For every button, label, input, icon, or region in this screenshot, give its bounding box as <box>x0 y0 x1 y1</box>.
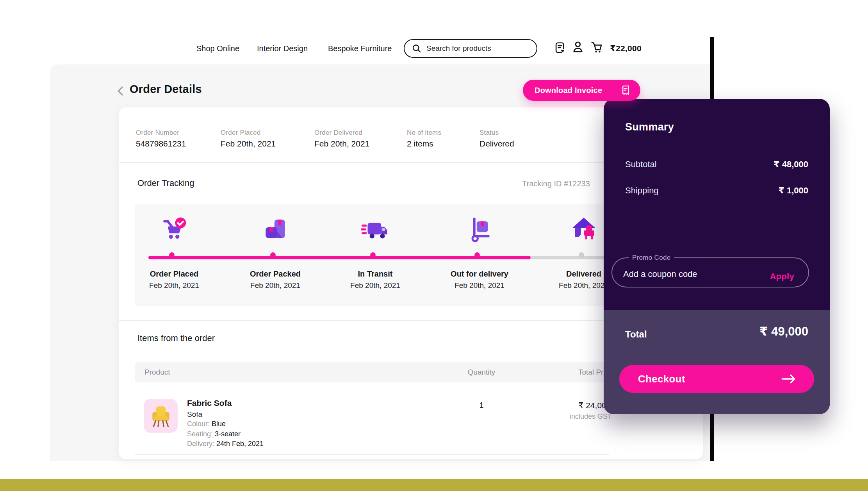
step-label: Order Placed <box>127 270 221 279</box>
step-date: Feb 20th, 2021 <box>433 281 526 290</box>
timeline-dot <box>370 252 376 258</box>
search-input[interactable] <box>426 44 529 53</box>
wishlist-icon[interactable] <box>554 41 566 54</box>
product-category: Sofa <box>187 410 202 419</box>
product-price-note: includes GST <box>570 412 612 421</box>
order-info-label: Order Number <box>136 129 179 137</box>
checkout-button[interactable]: Checkout <box>619 365 814 393</box>
product-name: Fabric Sofa <box>187 398 232 408</box>
trolley-icon <box>465 215 494 244</box>
shipping-label: Shipping <box>625 186 659 196</box>
timeline-dot-pending <box>579 252 584 258</box>
order-info-label: No of items <box>407 129 441 137</box>
nav-link-bespoke-furniture[interactable]: Bespoke Furniture <box>328 44 392 53</box>
total-section: Total ₹ 49,000 Checkout <box>604 310 830 414</box>
order-info-value: Delivered <box>479 139 514 148</box>
order-info-value: Feb 20th, 2021 <box>221 139 276 148</box>
step-date: Feb 20th, 2021 <box>228 281 322 290</box>
subtotal-value: ₹ 48,000 <box>707 159 808 170</box>
timeline-dot <box>270 252 276 258</box>
cart-total-amount: ₹22,000 <box>610 44 642 53</box>
attribute-label: Delivery: <box>187 440 216 448</box>
download-invoice-button[interactable]: Download Invoice <box>523 80 640 101</box>
user-icon[interactable] <box>572 41 584 53</box>
order-tracking-title: Order Tracking <box>137 178 194 188</box>
divider <box>135 454 609 455</box>
shipping-value: ₹ 1,000 <box>707 186 808 196</box>
timeline-complete-bar <box>148 256 531 259</box>
summary-panel: Summary Subtotal ₹ 48,000 Shipping ₹ 1,0… <box>604 99 830 414</box>
order-info-label: Order Placed <box>221 129 261 137</box>
attribute-value: 3-seater <box>215 430 241 438</box>
column-header-quantity: Quantity <box>448 368 515 377</box>
order-details-page: Shop Online Interior Design Bespoke Furn… <box>0 0 868 491</box>
order-info-label: Status <box>479 129 499 137</box>
page-title: Order Details <box>130 83 202 96</box>
timeline-dot <box>169 252 175 258</box>
summary-title: Summary <box>625 121 674 133</box>
cart-icon[interactable] <box>590 41 603 53</box>
attribute-label: Colour: <box>187 420 212 428</box>
step-label: Order Packed <box>228 270 322 279</box>
checkout-label: Checkout <box>638 373 685 385</box>
order-info-value: 2 items <box>407 139 433 148</box>
arrow-right-icon <box>781 373 797 385</box>
subtotal-label: Subtotal <box>625 159 657 170</box>
search-icon <box>412 43 422 54</box>
back-chevron-icon[interactable] <box>116 85 126 97</box>
items-title: Items from the order <box>137 333 215 343</box>
order-info-value: 54879861231 <box>136 139 186 148</box>
cart-check-icon <box>160 215 189 244</box>
apply-coupon-button[interactable]: Apply <box>767 271 797 282</box>
column-header-product: Product <box>144 368 170 377</box>
attribute-value: 24th Feb, 2021 <box>216 440 264 448</box>
timeline-dot <box>474 252 480 258</box>
step-date: Feb 20th, 2021 <box>328 281 422 290</box>
receipt-icon <box>619 84 631 96</box>
timeline-pending-bar <box>531 256 609 259</box>
download-invoice-label: Download Invoice <box>535 86 602 95</box>
package-icon <box>261 215 290 244</box>
promo-code-input[interactable] <box>622 269 751 280</box>
product-thumbnail <box>144 399 178 433</box>
tracking-id: Tracking ID #12233 <box>522 179 590 188</box>
nav-link-interior-design[interactable]: Interior Design <box>257 44 308 53</box>
product-quantity: 1 <box>448 401 515 410</box>
attribute-label: Seating: <box>187 430 215 438</box>
home-delivery-icon <box>569 215 598 244</box>
step-label: In Transit <box>328 270 422 279</box>
total-label: Total <box>625 329 647 340</box>
search-bar[interactable] <box>404 39 537 58</box>
promo-code-label: Promo Code <box>629 254 674 262</box>
total-value: ₹ 49,000 <box>691 324 808 339</box>
nav-link-shop-online[interactable]: Shop Online <box>196 44 239 53</box>
promo-code-field[interactable]: Promo Code Apply <box>611 254 809 287</box>
step-label: Out for delivery <box>433 270 526 279</box>
items-table-header <box>135 362 609 382</box>
order-info-label: Order Delivered <box>314 129 362 137</box>
sofa-image <box>148 403 174 429</box>
bottom-bar <box>0 479 868 491</box>
truck-icon <box>361 215 390 244</box>
step-date: Feb 20th, 2021 <box>127 281 221 290</box>
attribute-value: Blue <box>212 420 226 428</box>
order-info-value: Feb 20th, 2021 <box>314 139 369 148</box>
product-attributes: Colour: Blue Seating: 3-seater Delivery:… <box>187 419 264 449</box>
